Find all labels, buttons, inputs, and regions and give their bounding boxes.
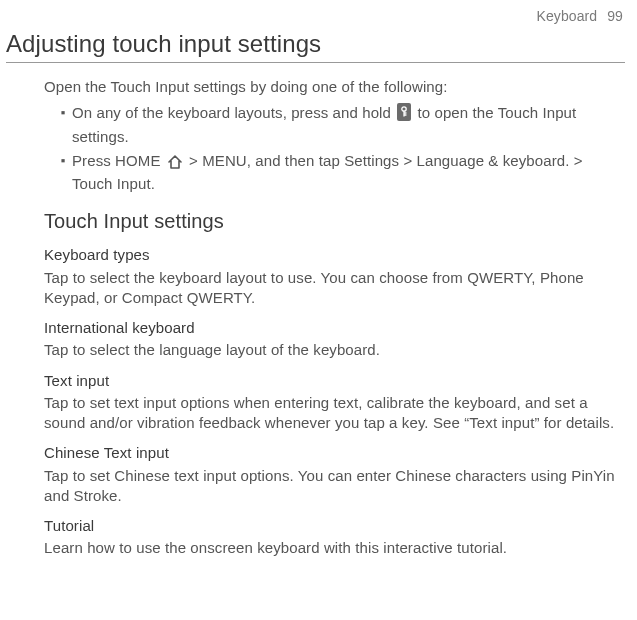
setting-name: International keyboard [44, 318, 619, 338]
instruction-list: ▪ On any of the keyboard layouts, press … [44, 103, 619, 194]
list-item: ▪ On any of the keyboard layouts, press … [44, 103, 619, 147]
setting-block: Tutorial Learn how to use the onscreen k… [44, 516, 619, 559]
home-icon [167, 154, 183, 174]
list-item-text: Press HOME > MENU, and then tap Settings… [72, 151, 619, 195]
setting-name: Tutorial [44, 516, 619, 536]
list-item: ▪ Press HOME > MENU, and then tap Settin… [44, 151, 619, 195]
body-content: Open the Touch Input settings by doing o… [6, 77, 625, 559]
settings-key-icon [397, 103, 411, 126]
setting-desc: Tap to set text input options when enter… [44, 393, 619, 434]
intro-text: Open the Touch Input settings by doing o… [44, 77, 619, 97]
list-item-text: On any of the keyboard layouts, press an… [72, 103, 619, 147]
setting-block: Chinese Text input Tap to set Chinese te… [44, 443, 619, 506]
text-fragment: On any of the keyboard layouts, press an… [72, 104, 395, 121]
setting-name: Keyboard types [44, 245, 619, 265]
setting-block: Text input Tap to set text input options… [44, 371, 619, 434]
setting-desc: Tap to select the keyboard layout to use… [44, 268, 619, 309]
setting-block: Keyboard types Tap to select the keyboar… [44, 245, 619, 308]
bullet-dot: ▪ [44, 151, 72, 171]
setting-desc: Learn how to use the onscreen keyboard w… [44, 538, 619, 558]
text-fragment: Press HOME [72, 152, 165, 169]
page: Keyboard 99 Adjusting touch input settin… [0, 0, 637, 559]
page-title: Adjusting touch input settings [6, 30, 625, 58]
setting-name: Chinese Text input [44, 443, 619, 463]
header-page-number: 99 [607, 8, 623, 24]
setting-desc: Tap to set Chinese text input options. Y… [44, 466, 619, 507]
setting-block: International keyboard Tap to select the… [44, 318, 619, 361]
section-heading: Touch Input settings [44, 208, 619, 235]
title-rule [6, 62, 625, 63]
header-section: Keyboard [536, 8, 597, 24]
running-header: Keyboard 99 [6, 8, 625, 24]
bullet-dot: ▪ [44, 103, 72, 123]
setting-name: Text input [44, 371, 619, 391]
setting-desc: Tap to select the language layout of the… [44, 340, 619, 360]
